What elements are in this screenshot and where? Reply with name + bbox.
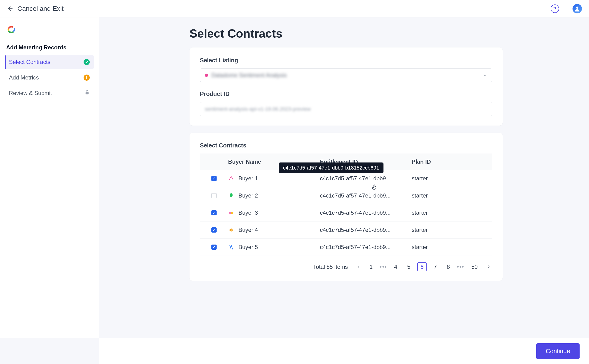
row-checkbox[interactable]	[211, 228, 217, 233]
entitlement-id[interactable]: c4c1c7d5-af57-47e1-dbb9...	[320, 209, 391, 216]
plan-id: starter	[412, 192, 428, 199]
cancel-exit-button[interactable]: Cancel and Exit	[7, 5, 64, 13]
cancel-exit-label: Cancel and Exit	[17, 5, 64, 13]
product-id-label: Product ID	[200, 91, 492, 97]
warning-circle-icon: !	[84, 75, 90, 81]
buyer-name: Buyer 5	[239, 244, 258, 250]
plan-id: starter	[412, 209, 428, 216]
sidebar-title: Add Metering Records	[5, 44, 94, 51]
table-row: Buyer 5c4c1c7d5-af57-47e1-dbb9...starter	[200, 239, 492, 256]
pagination-page-1[interactable]: 1	[367, 263, 375, 271]
help-icon[interactable]: ?	[551, 5, 559, 13]
contracts-table: Buyer Name Entitlement ID Plan ID Buyer …	[200, 154, 492, 256]
header-right: ?	[551, 4, 582, 13]
listing-display: Datadome Sentiment Analysis	[200, 68, 309, 82]
row-checkbox[interactable]	[211, 245, 217, 250]
buyer-logo-icon	[228, 210, 234, 216]
svg-line-5	[230, 245, 231, 249]
entitlement-tooltip: c4c1c7d5-af57-47e1-dbb9-b18152ccb691	[279, 162, 383, 173]
chevron-right-icon	[487, 265, 491, 269]
entitlement-id[interactable]: c4c1c7d5-af57-47e1-dbb9...	[320, 227, 391, 233]
product-id-input[interactable]: sentiment-analysis-api-v1-19.06.2023-pre…	[200, 102, 492, 116]
entitlement-id[interactable]: c4c1c7d5-af57-47e1-dbb9...	[320, 175, 391, 182]
pagination-total: Total 85 items	[313, 264, 348, 270]
select-contracts-label: Select Contracts	[200, 142, 492, 149]
cloud-logo-icon	[6, 25, 94, 35]
pagination-ellipsis: •••	[380, 264, 387, 270]
step-label: Select Contracts	[9, 59, 50, 65]
buyer-logo-icon	[228, 176, 234, 182]
listing-select-dropdown[interactable]	[309, 68, 492, 82]
table-row: Buyer 3c4c1c7d5-af57-47e1-dbb9...starter	[200, 204, 492, 221]
header-divider	[566, 4, 566, 13]
user-avatar[interactable]	[573, 4, 582, 13]
sidebar-step-0[interactable]: Select Contracts	[5, 55, 94, 69]
listing-card: Select Listing Datadome Sentiment Analys…	[189, 47, 503, 126]
buyer-name: Buyer 4	[239, 227, 258, 233]
table-row: Buyer 4c4c1c7d5-af57-47e1-dbb9...starter	[200, 221, 492, 239]
lock-icon	[85, 90, 90, 96]
sidebar-step-2[interactable]: Review & Submit	[5, 86, 94, 100]
buyer-name: Buyer 1	[239, 175, 258, 182]
buyer-name: Buyer 3	[239, 209, 258, 216]
continue-button[interactable]: Continue	[536, 343, 580, 359]
svg-rect-2	[86, 92, 89, 94]
sidebar-step-1[interactable]: Add Metrics!	[5, 71, 94, 85]
page-title: Select Contracts	[189, 27, 503, 40]
select-listing-label: Select Listing	[200, 57, 492, 64]
footer: Continue	[99, 338, 589, 364]
pagination-page-4[interactable]: 4	[391, 263, 400, 271]
svg-point-1	[576, 6, 578, 8]
pagination: Total 85 items 1•••45678•••50	[200, 256, 492, 271]
col-plan-id: Plan ID	[412, 158, 473, 165]
buyer-logo-icon	[228, 193, 234, 199]
step-label: Add Metrics	[9, 74, 39, 81]
entitlement-id[interactable]: c4c1c7d5-af57-47e1-dbb9...	[320, 244, 391, 250]
contracts-card: Select Contracts Buyer Name Entitlement …	[189, 133, 503, 281]
table-row: Buyer 1c4c1c7d5-af57-47e1-dbb9...c4c1c7d…	[200, 170, 492, 187]
plan-id: starter	[412, 175, 428, 182]
entitlement-id[interactable]: c4c1c7d5-af57-47e1-dbb9...	[320, 192, 391, 199]
buyer-logo-icon	[228, 244, 234, 250]
pagination-page-7[interactable]: 7	[431, 263, 440, 271]
sidebar: Add Metering Records Select ContractsAdd…	[0, 17, 99, 338]
buyer-logo-icon	[228, 227, 234, 233]
svg-line-6	[231, 245, 233, 249]
row-checkbox[interactable]	[211, 176, 217, 181]
pagination-page-8[interactable]: 8	[444, 263, 453, 271]
product-id-value: sentiment-analysis-api-v1-19.06.2023-pre…	[205, 106, 311, 112]
step-label: Review & Submit	[9, 90, 52, 96]
back-arrow-icon	[7, 5, 14, 12]
buyer-name: Buyer 2	[239, 192, 258, 199]
main-content: Select Contracts Select Listing Datadome…	[99, 17, 589, 338]
chevron-left-icon	[356, 265, 361, 269]
table-row: Buyer 2c4c1c7d5-af57-47e1-dbb9...starter	[200, 187, 492, 204]
plan-id: starter	[412, 244, 428, 250]
check-circle-icon	[84, 59, 90, 65]
pagination-prev[interactable]	[355, 263, 362, 271]
row-checkbox[interactable]	[211, 193, 217, 198]
listing-dot-icon	[205, 74, 208, 77]
plan-id: starter	[412, 227, 428, 233]
pagination-page-5[interactable]: 5	[404, 263, 413, 271]
pagination-next[interactable]	[485, 263, 492, 271]
cursor-pointer-icon	[371, 184, 378, 192]
pagination-page-50[interactable]: 50	[469, 263, 481, 271]
pagination-page-6[interactable]: 6	[417, 262, 427, 271]
row-checkbox[interactable]	[211, 210, 217, 215]
pagination-ellipsis: •••	[457, 264, 464, 270]
svg-point-4	[231, 212, 233, 214]
listing-text: Datadome Sentiment Analysis	[211, 72, 287, 78]
top-header: Cancel and Exit ?	[0, 0, 589, 17]
chevron-down-icon	[482, 73, 487, 78]
